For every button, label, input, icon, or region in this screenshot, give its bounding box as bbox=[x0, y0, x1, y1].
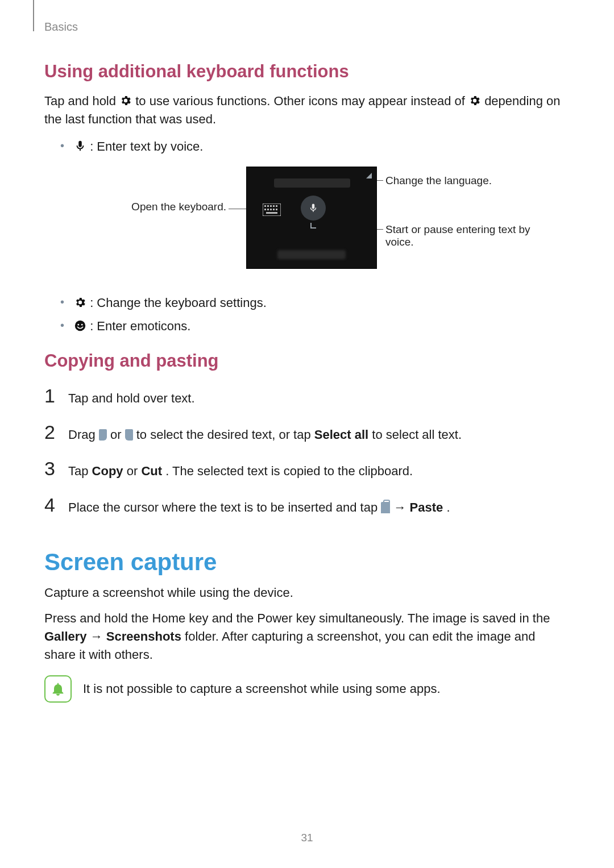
selection-handle-right-icon bbox=[125, 429, 133, 441]
text: Tap bbox=[68, 464, 92, 478]
select-all-label: Select all bbox=[314, 427, 368, 442]
clipboard-icon bbox=[381, 502, 390, 513]
svg-rect-6 bbox=[264, 209, 266, 210]
text-field-placeholder bbox=[274, 178, 350, 188]
text: to select all text. bbox=[372, 427, 462, 442]
cut-label: Cut bbox=[141, 464, 162, 478]
text: Drag bbox=[68, 427, 99, 442]
step-number: 4 bbox=[44, 495, 60, 514]
paste-label: Paste bbox=[410, 500, 443, 514]
step-number: 2 bbox=[44, 422, 60, 442]
svg-rect-4 bbox=[273, 205, 275, 207]
paragraph: Capture a screenshot while using the dev… bbox=[44, 584, 570, 602]
heading-copy-paste: Copying and pasting bbox=[44, 351, 570, 371]
text: or bbox=[110, 427, 125, 442]
mic-icon bbox=[74, 138, 86, 151]
step-4: 4 Place the cursor where the text is to … bbox=[44, 495, 570, 517]
list-item: : Enter emoticons. bbox=[60, 316, 570, 336]
heading-screen-capture: Screen capture bbox=[44, 549, 570, 576]
step-text: Tap Copy or Cut . The selected text is c… bbox=[68, 463, 570, 480]
text: → bbox=[90, 629, 106, 643]
bullet-list: : Enter text by voice. bbox=[60, 136, 570, 156]
svg-rect-3 bbox=[270, 205, 272, 207]
keyboard-icon bbox=[263, 203, 281, 216]
text: : Change the keyboard settings. bbox=[90, 296, 267, 310]
text: Place the cursor where the text is to be… bbox=[68, 500, 381, 514]
language-indicator-icon bbox=[366, 173, 372, 178]
text: . The selected text is copied to the cli… bbox=[165, 464, 413, 478]
text: to select the desired text, or tap bbox=[136, 427, 314, 442]
page-tab-marker bbox=[27, 0, 34, 31]
section-header: Basics bbox=[44, 20, 78, 34]
note-block: It is not possible to capture a screensh… bbox=[44, 675, 570, 703]
note-bell-icon bbox=[44, 675, 72, 703]
voice-input-diagram: Open the keyboard. Change the language. … bbox=[67, 167, 545, 280]
svg-rect-11 bbox=[266, 212, 277, 214]
text: Press and hold the Home key and the Powe… bbox=[44, 611, 550, 625]
gear-icon bbox=[468, 94, 481, 106]
svg-rect-10 bbox=[276, 209, 277, 210]
callout-start-pause-voice: Start or pause entering text by voice. bbox=[385, 223, 533, 248]
svg-point-13 bbox=[77, 324, 79, 326]
gear-icon bbox=[119, 94, 132, 106]
callout-open-keyboard: Open the keyboard. bbox=[107, 201, 226, 213]
blurred-text bbox=[277, 250, 346, 259]
mic-button bbox=[301, 196, 326, 221]
copy-label: Copy bbox=[92, 464, 123, 478]
bullet-list: : Change the keyboard settings. : Enter … bbox=[60, 293, 570, 336]
screenshots-label: Screenshots bbox=[106, 629, 181, 643]
gear-icon bbox=[74, 294, 86, 307]
callout-change-language: Change the language. bbox=[385, 175, 492, 187]
step-number: 1 bbox=[44, 386, 60, 405]
step-2: 2 Drag or to select the desired text, or… bbox=[44, 422, 570, 444]
callout-indicator bbox=[310, 223, 316, 229]
step-text: Tap and hold over text. bbox=[68, 390, 570, 408]
note-text: It is not possible to capture a screensh… bbox=[83, 675, 441, 698]
step-text: Place the cursor where the text is to be… bbox=[68, 499, 570, 517]
heading-keyboard-functions: Using additional keyboard functions bbox=[44, 61, 570, 82]
svg-rect-2 bbox=[267, 205, 269, 207]
emoticon-icon bbox=[74, 318, 86, 330]
text: : Enter text by voice. bbox=[90, 139, 203, 153]
svg-rect-1 bbox=[264, 205, 266, 207]
text: . bbox=[446, 500, 450, 514]
paragraph: Press and hold the Home key and the Powe… bbox=[44, 609, 570, 664]
list-item: : Change the keyboard settings. bbox=[60, 293, 570, 313]
text: → bbox=[393, 500, 409, 514]
text: to use various functions. Other icons ma… bbox=[135, 94, 468, 108]
page-number: 31 bbox=[0, 832, 614, 844]
intro-paragraph: Tap and hold to use various functions. O… bbox=[44, 92, 570, 128]
gallery-label: Gallery bbox=[44, 629, 87, 643]
selection-handle-left-icon bbox=[99, 429, 107, 441]
svg-rect-5 bbox=[276, 205, 277, 207]
text: : Enter emoticons. bbox=[90, 319, 190, 333]
text: Tap and hold bbox=[44, 94, 119, 108]
svg-rect-7 bbox=[267, 209, 269, 210]
step-3: 3 Tap Copy or Cut . The selected text is… bbox=[44, 459, 570, 480]
step-number: 3 bbox=[44, 459, 60, 478]
text: or bbox=[127, 464, 142, 478]
svg-point-14 bbox=[81, 324, 83, 326]
svg-rect-9 bbox=[273, 209, 275, 210]
svg-rect-8 bbox=[270, 209, 272, 210]
numbered-list: 1 Tap and hold over text. 2 Drag or to s… bbox=[44, 386, 570, 516]
list-item: : Enter text by voice. bbox=[60, 136, 570, 156]
step-1: 1 Tap and hold over text. bbox=[44, 386, 570, 408]
page-content: Using additional keyboard functions Tap … bbox=[44, 61, 570, 703]
step-text: Drag or to select the desired text, or t… bbox=[68, 426, 570, 444]
svg-point-12 bbox=[75, 321, 85, 331]
voice-input-screenshot bbox=[246, 167, 377, 269]
